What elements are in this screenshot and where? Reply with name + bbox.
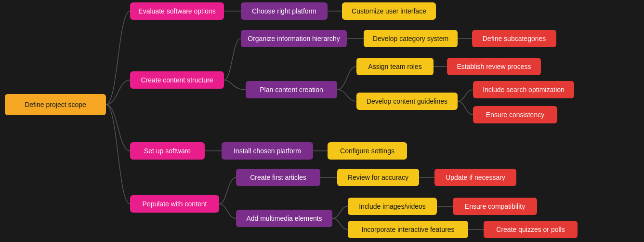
node-ensure_consist: Ensure consistency <box>473 106 557 123</box>
node-include_search: Include search optimization <box>473 81 574 98</box>
node-ensure_compat: Ensure compatibility <box>453 198 537 215</box>
node-eval: Evaluate software options <box>130 2 224 20</box>
node-configure: Configure settings <box>328 142 407 160</box>
node-establish: Establish review process <box>447 58 541 75</box>
node-incorporate: Incorporate interactive features <box>348 221 468 238</box>
node-organize: Organize information hierarchy <box>241 30 347 47</box>
node-update: Update if necessary <box>434 169 516 186</box>
node-review: Review for accuracy <box>337 169 419 186</box>
node-add_multi: Add multimedia elements <box>236 210 332 227</box>
node-develop_guide: Develop content guidelines <box>356 93 458 110</box>
node-develop_cat: Develop category system <box>364 30 458 47</box>
node-populate: Populate with content <box>130 195 219 213</box>
node-create: Create content structure <box>130 71 224 89</box>
node-customize: Customize user interface <box>342 2 436 20</box>
node-plan: Plan content creation <box>246 81 337 98</box>
node-setup: Set up software <box>130 142 205 160</box>
node-define_sub: Define subcategories <box>472 30 556 47</box>
node-assign: Assign team roles <box>356 58 434 75</box>
node-install: Install chosen platform <box>222 142 313 160</box>
node-create_articles: Create first articles <box>236 169 320 186</box>
node-choose: Choose right platform <box>241 2 328 20</box>
node-create_quiz: Create quizzes or polls <box>484 221 578 238</box>
node-include_img: Include images/videos <box>348 198 437 215</box>
node-root: Define project scope <box>5 94 106 115</box>
